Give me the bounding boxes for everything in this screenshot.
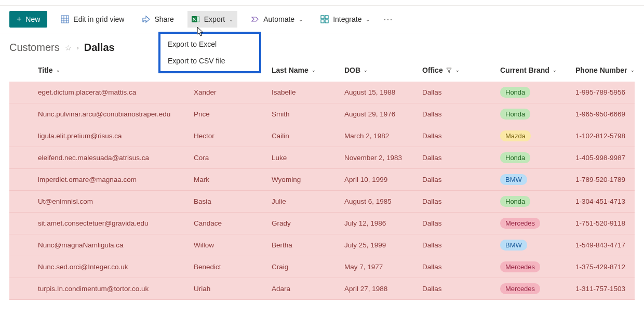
favorite-star-icon[interactable]: ☆ [65,44,72,52]
export-button[interactable]: Export ⌄ [187,11,237,28]
brand-badge: Mercedes [500,218,540,229]
cell-dob: July 25, 1999 [344,241,422,249]
cell-title[interactable]: imperdiet.ornare@magnaa.com [38,176,194,183]
column-header-last-name[interactable]: Last Name ⌄ [272,66,344,74]
cell-title[interactable]: Nunc.sed.orci@Integer.co.uk [38,263,194,271]
grid-header: Title ⌄ First Name ⌄ Last Name ⌄ DOB ⌄ O… [9,59,635,82]
table-row[interactable]: imperdiet.ornare@magnaa.comMarkWyomingAp… [9,169,635,191]
cell-phone: 1-789-520-1789 [575,176,643,183]
chevron-down-icon: ⌄ [553,68,557,73]
svg-rect-7 [321,16,324,19]
cell-last-name: Wyoming [272,176,344,183]
cell-first-name: Xander [194,88,272,96]
cell-phone: 1-549-843-4717 [575,241,643,249]
breadcrumb: Customers ☆ › Dallas [0,33,644,59]
cell-title[interactable]: Nunc.pulvinar.arcu@conubianostraper.edu [38,110,194,118]
cell-last-name: Craig [272,263,344,271]
edit-grid-label: Edit in grid view [73,15,124,23]
integrate-button[interactable]: Integrate ⌄ [316,11,374,28]
cell-office: Dallas [422,132,500,140]
column-header-brand[interactable]: Current Brand ⌄ [500,66,575,74]
cell-office: Dallas [422,263,500,271]
cell-title[interactable]: eleifend.nec.malesuada@atrisus.ca [38,154,194,162]
breadcrumb-separator-icon: › [77,44,79,51]
brand-badge: Honda [500,196,530,207]
cell-dob: November 2, 1983 [344,154,422,162]
cell-brand: Mazda [500,130,575,141]
share-button[interactable]: Share [138,11,178,28]
automate-icon [251,15,259,23]
column-label: Last Name [272,66,308,74]
cell-title[interactable]: turpis.In.condimentum@tortor.co.uk [38,285,194,293]
column-header-phone[interactable]: Phone Number ⌄ [575,66,643,74]
export-label: Export [204,15,225,23]
more-actions-button[interactable]: ··· [383,14,393,25]
column-label: Office [422,66,443,74]
svg-rect-6 [197,17,199,22]
table-row[interactable]: turpis.In.condimentum@tortor.co.ukUriahA… [9,278,635,300]
cell-last-name: Isabelle [272,88,344,96]
cell-brand: Honda [500,87,575,98]
cell-office: Dallas [422,110,500,118]
export-excel-label: Export to Excel [168,40,217,48]
cell-office: Dallas [422,176,500,183]
cell-phone: 1-102-812-5798 [575,132,643,140]
cell-office: Dallas [422,88,500,96]
export-csv-item[interactable]: Export to CSV file [160,52,259,69]
table-row[interactable]: Nunc.sed.orci@Integer.co.ukBenedictCraig… [9,256,635,278]
table-row[interactable]: eleifend.nec.malesuada@atrisus.caCoraLuk… [9,147,635,169]
cell-title[interactable]: eget.dictum.placerat@mattis.ca [38,88,194,96]
grid-body: eget.dictum.placerat@mattis.caXanderIsab… [9,82,635,300]
edit-grid-button[interactable]: Edit in grid view [57,11,128,28]
export-csv-label: Export to CSV file [168,57,225,65]
export-excel-item[interactable]: Export to Excel [160,36,259,52]
column-header-dob[interactable]: DOB ⌄ [344,66,422,74]
cell-dob: July 12, 1986 [344,219,422,227]
cell-title[interactable]: Nunc@magnaNamligula.ca [38,241,194,249]
svg-rect-9 [321,20,324,23]
cell-last-name: Luke [272,154,344,162]
brand-badge: Mercedes [500,261,540,272]
new-button[interactable]: + New [9,11,47,28]
column-header-office[interactable]: Office ⌄ [422,66,500,74]
cell-office: Dallas [422,198,500,205]
brand-badge: Honda [500,152,530,163]
export-dropdown: Export to Excel Export to CSV file [158,32,261,73]
cell-dob: August 15, 1988 [344,88,422,96]
chevron-down-icon: ⌄ [455,68,460,73]
grid-edit-icon [61,15,69,23]
cell-office: Dallas [422,219,500,227]
table-row[interactable]: Ut@enimnisl.comBasiaJulieAugust 6, 1985D… [9,191,635,213]
cell-office: Dallas [422,285,500,293]
automate-button[interactable]: Automate ⌄ [247,11,307,28]
chevron-down-icon: ⌄ [312,68,316,73]
table-row[interactable]: sit.amet.consectetuer@gravida.eduCandace… [9,213,635,234]
table-row[interactable]: Nunc.pulvinar.arcu@conubianostraper.eduP… [9,103,635,125]
svg-rect-8 [325,16,328,19]
cell-last-name: Cailin [272,132,344,140]
cell-brand: Honda [500,152,575,163]
chevron-down-icon: ⌄ [229,17,233,22]
automate-label: Automate [263,15,294,23]
column-label: Title [38,66,53,74]
cell-first-name: Price [194,110,272,118]
cell-title[interactable]: ligula.elit.pretium@risus.ca [38,132,194,140]
column-label: DOB [344,66,360,74]
table-row[interactable]: eget.dictum.placerat@mattis.caXanderIsab… [9,82,635,103]
table-row[interactable]: ligula.elit.pretium@risus.caHectorCailin… [9,125,635,147]
filter-icon [446,67,452,73]
breadcrumb-root[interactable]: Customers [9,42,60,54]
cell-title[interactable]: sit.amet.consectetuer@gravida.edu [38,219,194,227]
cell-first-name: Cora [194,154,272,162]
brand-badge: BMW [500,240,527,251]
cell-brand: Honda [500,196,575,207]
cell-brand: BMW [500,174,575,185]
cell-phone: 1-751-520-9118 [575,219,643,227]
excel-icon [192,15,200,23]
chevron-down-icon: ⌄ [56,68,60,73]
brand-badge: Honda [500,109,530,120]
integrate-icon [320,15,329,23]
cell-phone: 1-405-998-9987 [575,154,643,162]
table-row[interactable]: Nunc@magnaNamligula.caWillowBerthaJuly 2… [9,234,635,256]
cell-title[interactable]: Ut@enimnisl.com [38,198,194,205]
